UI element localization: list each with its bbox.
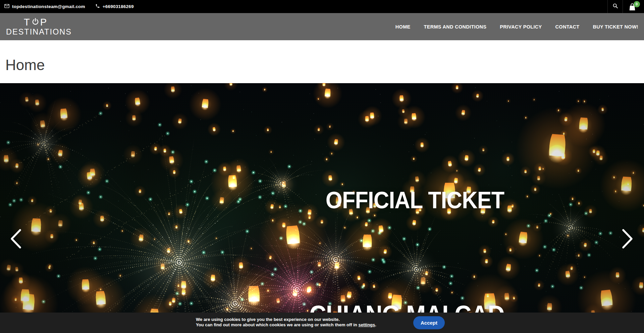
chevron-right-icon xyxy=(621,228,635,250)
hero-slide-title: OFFICIAL TICKET xyxy=(326,187,504,214)
cart-button[interactable]: 0 xyxy=(623,0,644,13)
hero-slider: OFFICIAL TICKET CHIANG MAI CAD xyxy=(0,83,644,333)
search-icon xyxy=(612,3,618,10)
page-title-bar: Home xyxy=(0,40,644,83)
cookie-notice-bar: We are using cookies to give you the bes… xyxy=(0,313,644,333)
topbar-contacts: topdestinationsteam@gmail.com +669031862… xyxy=(0,0,134,13)
logo-letter-p: P xyxy=(40,17,47,27)
cookie-line2-suffix: . xyxy=(375,322,376,327)
topbar-phone-text: +66903186269 xyxy=(103,4,134,9)
main-nav: HOME TERMS AND CONDITIONS PRIVACY POLICY… xyxy=(395,24,638,30)
topbar-email-text: topdestinationsteam@gmail.com xyxy=(12,4,85,9)
nav-item-buy-ticket[interactable]: BUY TICKET NOW! xyxy=(593,24,638,30)
cart-count-badge: 0 xyxy=(634,1,640,7)
search-button[interactable] xyxy=(607,0,623,13)
logo-line2: DESTINATIONS xyxy=(6,28,65,36)
cookie-line2-prefix: You can find out more about which cookie… xyxy=(196,322,358,327)
cookie-line1: We are using cookies to give you the bes… xyxy=(196,317,376,322)
topbar-phone-link[interactable]: +66903186269 xyxy=(95,4,134,9)
next-slide-button[interactable] xyxy=(621,229,635,249)
nav-item-privacy[interactable]: PRIVACY POLICY xyxy=(500,24,542,30)
shopping-bag-icon: 0 xyxy=(629,2,639,11)
hero-image xyxy=(0,83,644,333)
nav-item-terms[interactable]: TERMS AND CONDITIONS xyxy=(424,24,487,30)
prev-slide-button[interactable] xyxy=(8,229,23,249)
topbar-email-link[interactable]: topdestinationsteam@gmail.com xyxy=(4,4,85,9)
logo-line1: T P xyxy=(6,17,65,27)
cookie-line2: You can find out more about which cookie… xyxy=(196,322,376,328)
nav-item-home[interactable]: HOME xyxy=(395,24,411,30)
site-header: T P DESTINATIONS HOME TERMS AND CONDITIO… xyxy=(0,13,644,40)
nav-item-contact[interactable]: CONTACT xyxy=(555,24,580,30)
topbar-tools: 0 xyxy=(607,0,644,13)
page: topdestinationsteam@gmail.com +669031862… xyxy=(0,0,644,333)
logo-letter-t: T xyxy=(24,17,31,27)
phone-icon xyxy=(95,4,100,9)
topbar: topdestinationsteam@gmail.com +669031862… xyxy=(0,0,644,13)
envelope-icon xyxy=(4,4,9,9)
cookie-notice-text: We are using cookies to give you the bes… xyxy=(196,317,376,328)
power-icon xyxy=(32,17,39,27)
page-title: Home xyxy=(5,58,45,72)
cookie-settings-link[interactable]: settings xyxy=(358,322,375,327)
cookie-accept-button[interactable]: Accept xyxy=(413,316,445,329)
chevron-left-icon xyxy=(9,228,22,250)
site-logo[interactable]: T P DESTINATIONS xyxy=(6,17,65,36)
